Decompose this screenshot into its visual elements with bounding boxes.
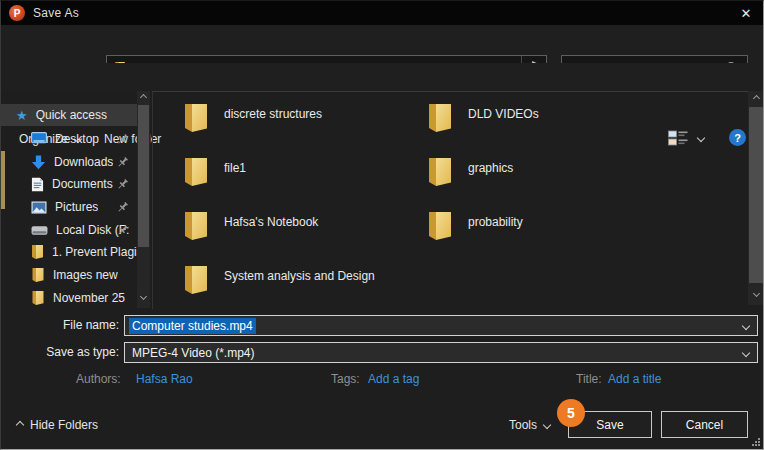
sidebar-item-november-25[interactable]: November 25 — [1, 287, 137, 309]
chevron-down-icon — [543, 421, 551, 429]
save-as-type-value: MPEG-4 Video (*.mp4) — [129, 346, 255, 360]
file-list-scrollbar[interactable] — [748, 91, 764, 305]
background-window-sliver — [1, 151, 5, 209]
sidebar-item-quick-access[interactable]: ★ Quick access — [1, 104, 137, 126]
sidebar-scrollbar[interactable] — [137, 91, 150, 308]
window-title: Save As — [33, 1, 79, 25]
folder-tile-hafsas-notebook[interactable]: Hafsa's Notebook — [183, 210, 318, 242]
file-list: discrete structures DLD VIDEOs file1 gra… — [152, 91, 748, 309]
sidebar-item-label: November 25 — [53, 291, 125, 305]
folder-name: graphics — [468, 156, 513, 188]
hide-folders-button[interactable]: Hide Folders — [17, 411, 98, 439]
sidebar-item-label: 1. Prevent Plagia — [52, 245, 137, 259]
sidebar-item-downloads[interactable]: Downloads — [1, 151, 137, 173]
folder-tile-discrete-structures[interactable]: discrete structures — [183, 102, 322, 134]
folder-name: System analysis and Design — [224, 264, 375, 296]
powerpoint-icon: P — [9, 5, 25, 21]
disk-drive-icon — [31, 224, 48, 237]
folder-icon — [427, 210, 453, 242]
file-name-value: Computer studies.mp4 — [129, 318, 256, 334]
scroll-up-icon[interactable] — [748, 96, 764, 101]
folder-icon — [183, 156, 209, 188]
sidebar-item-label: Downloads — [54, 155, 113, 169]
close-button[interactable]: ✕ — [729, 1, 763, 25]
authors-value-link[interactable]: Hafsa Rao — [136, 372, 193, 386]
folder-name: DLD VIDEOs — [468, 102, 539, 134]
resize-grip-icon[interactable] — [751, 437, 761, 447]
save-fields: File name: Computer studies.mp4 Save as … — [1, 309, 763, 401]
cancel-button[interactable]: Cancel — [661, 411, 748, 438]
pin-icon — [116, 201, 129, 214]
folder-icon — [183, 210, 209, 242]
step-badge: 5 — [557, 399, 585, 427]
folder-name: probability — [468, 210, 523, 242]
folder-icon — [427, 156, 453, 188]
star-icon: ★ — [16, 108, 28, 123]
tools-button[interactable]: Tools — [509, 411, 550, 439]
chevron-up-icon — [16, 421, 24, 429]
save-as-type-label: Save as type: — [1, 345, 119, 359]
hide-folders-label: Hide Folders — [30, 418, 98, 432]
command-toolbar: Organize New folder ? — [1, 63, 763, 91]
folder-tile-probability[interactable]: probability — [427, 210, 523, 242]
folder-icon — [427, 102, 453, 134]
sidebar-item-label: Desktop — [55, 132, 99, 146]
save-as-type-select[interactable]: MPEG-4 Video (*.mp4) — [124, 342, 758, 363]
navigation-bar: ← → ↑ « https://d.docs.live.net › 5805A8… — [1, 25, 763, 63]
folder-name: file1 — [224, 156, 246, 188]
chevron-down-icon[interactable] — [742, 321, 750, 329]
sidebar-item-label: Documents — [52, 177, 113, 191]
sidebar-item-prevent-plagia[interactable]: 1. Prevent Plagia — [1, 241, 137, 263]
document-icon — [31, 177, 44, 192]
sidebar-item-documents[interactable]: Documents — [1, 173, 137, 195]
dialog-footer: Hide Folders Tools 5 Save Cancel — [1, 401, 763, 449]
scrollbar-thumb[interactable] — [138, 105, 149, 247]
pin-icon — [116, 178, 129, 191]
scroll-up-icon[interactable] — [137, 95, 150, 100]
folder-tile-file1[interactable]: file1 — [183, 156, 246, 188]
folder-icon — [31, 267, 45, 283]
scroll-down-icon[interactable] — [748, 291, 764, 296]
title-bar: P Save As ✕ — [1, 1, 763, 25]
desktop-icon — [31, 132, 47, 146]
pin-icon — [116, 224, 129, 237]
add-title-link[interactable]: Add a title — [608, 372, 661, 386]
add-tag-link[interactable]: Add a tag — [368, 372, 419, 386]
cancel-button-label: Cancel — [686, 418, 723, 432]
folder-name: Hafsa's Notebook — [224, 210, 318, 242]
tools-label: Tools — [509, 418, 537, 432]
sidebar-item-desktop[interactable]: Desktop — [1, 128, 137, 150]
picture-icon — [31, 201, 47, 214]
save-as-dialog: P Save As ✕ ← → ↑ « https://d.docs.live.… — [0, 0, 764, 450]
folder-icon — [31, 290, 45, 306]
sidebar-item-label: Quick access — [36, 108, 107, 122]
sidebar-item-label: Images new — [53, 268, 118, 282]
save-button-label: Save — [596, 418, 623, 432]
sidebar-item-images-new[interactable]: Images new — [1, 264, 137, 286]
sidebar-item-label: Pictures — [55, 200, 98, 214]
authors-label: Authors: — [76, 372, 121, 386]
file-name-input[interactable]: Computer studies.mp4 — [124, 315, 758, 336]
sidebar-item-local-disk-f[interactable]: Local Disk (F: — [1, 219, 137, 241]
content-area: ★ Quick access Desktop Downloads Documen… — [1, 91, 763, 309]
folder-tile-dld-videos[interactable]: DLD VIDEOs — [427, 102, 539, 134]
title-label: Title: — [576, 372, 602, 386]
sidebar-item-pictures[interactable]: Pictures — [1, 196, 137, 218]
folder-icon — [183, 264, 209, 296]
chevron-down-icon[interactable] — [742, 348, 750, 356]
file-name-label: File name: — [1, 318, 119, 332]
tags-label: Tags: — [331, 372, 360, 386]
folder-icon — [31, 244, 44, 260]
folder-name: discrete structures — [224, 102, 322, 134]
pin-icon — [116, 156, 129, 169]
folder-tile-system-analysis[interactable]: System analysis and Design — [183, 264, 375, 296]
download-arrow-icon — [31, 155, 46, 170]
folder-tile-graphics[interactable]: graphics — [427, 156, 513, 188]
pin-icon — [116, 133, 129, 146]
scroll-down-icon[interactable] — [137, 294, 150, 299]
folder-icon — [183, 102, 209, 134]
scrollbar-thumb[interactable] — [749, 107, 763, 283]
